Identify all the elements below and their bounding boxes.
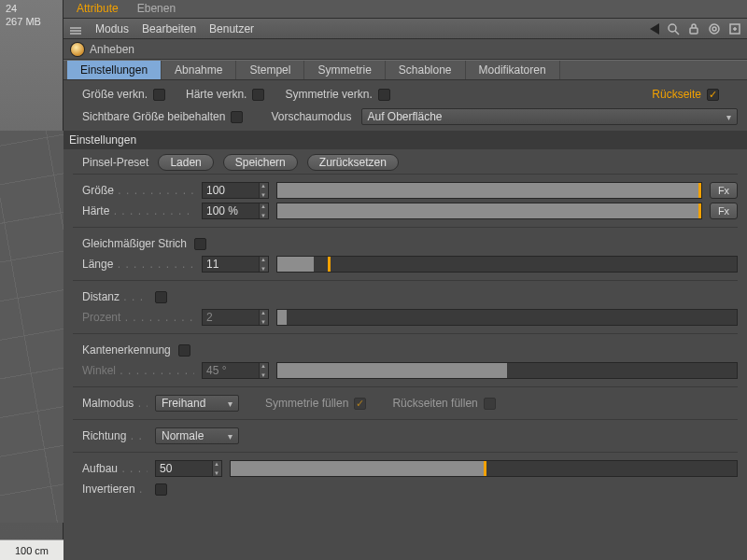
label-symmetrie-verkn: Symmetrie verkn. xyxy=(285,88,372,101)
viewport-strip: 24 267 MB 100 cm xyxy=(0,0,63,560)
fx-groesse[interactable]: Fx xyxy=(710,182,738,199)
slider-haerte[interactable] xyxy=(276,203,702,219)
checkbox-sichtbare-groesse[interactable] xyxy=(231,111,243,123)
top-tabs: Attribute Ebenen xyxy=(63,0,747,19)
sub-tabs: Einstellungen Abnahme Stempel Symmetrie … xyxy=(63,60,747,80)
checkbox-gleichmaessiger-strich[interactable] xyxy=(194,238,206,250)
checkbox-distanz[interactable] xyxy=(155,291,167,303)
subtab-stempel[interactable]: Stempel xyxy=(236,61,304,79)
section-einstellungen: Einstellungen xyxy=(63,131,747,149)
svg-rect-5 xyxy=(690,28,698,34)
field-groesse[interactable]: 100 xyxy=(202,182,269,199)
checkbox-rueckseiten-fuellen xyxy=(484,398,496,410)
field-prozent: 2 xyxy=(202,309,269,326)
search-icon[interactable] xyxy=(667,22,680,35)
label-winkel: Winkel xyxy=(82,364,194,377)
viewport-ruler: 100 cm xyxy=(0,539,63,560)
checkbox-symmetrie-verkn[interactable] xyxy=(378,89,390,101)
dropdown-vorschaumodus[interactable]: Auf Oberfläche xyxy=(361,108,739,125)
field-laenge[interactable]: 11 xyxy=(202,256,269,273)
menu-modus[interactable]: Modus xyxy=(95,22,129,35)
svg-point-7 xyxy=(712,27,716,31)
label-gleichmaessiger-strich: Gleichmäßiger Strich xyxy=(82,237,187,250)
label-groesse-verkn: Größe verkn. xyxy=(82,88,148,101)
subtab-schablone[interactable]: Schablone xyxy=(386,61,466,79)
label-haerte-verkn: Härte verkn. xyxy=(186,88,247,101)
tab-ebenen[interactable]: Ebenen xyxy=(128,0,185,18)
btn-zuruecksetzen[interactable]: Zurücksetzen xyxy=(307,154,399,171)
checkbox-symmetrie-fuellen xyxy=(354,398,366,410)
label-malmodus: Malmodus xyxy=(82,397,148,410)
viewport-stat-line1: 24 xyxy=(6,2,41,15)
field-aufbau[interactable]: 50 xyxy=(155,460,222,477)
label-pinsel-preset: Pinsel-Preset xyxy=(82,156,148,169)
btn-laden[interactable]: Laden xyxy=(158,154,213,171)
label-prozent: Prozent xyxy=(82,311,194,324)
target-icon[interactable] xyxy=(708,22,721,35)
grip-icon xyxy=(69,24,82,34)
subtab-symmetrie[interactable]: Symmetrie xyxy=(304,61,385,79)
dropdown-vorschaumodus-value: Auf Oberfläche xyxy=(368,110,443,123)
viewport-stat-line2: 267 MB xyxy=(6,15,41,28)
label-invertieren: Invertieren xyxy=(82,483,148,496)
lock-icon[interactable] xyxy=(687,22,700,35)
checkbox-kantenerkennung[interactable] xyxy=(178,344,190,357)
tool-header: Anheben xyxy=(63,39,747,60)
label-rueckseiten-fuellen: Rückseiten füllen xyxy=(392,397,477,410)
label-distanz: Distanz xyxy=(82,290,148,303)
slider-aufbau[interactable] xyxy=(230,460,738,477)
dropdown-malmodus[interactable]: Freihand xyxy=(155,395,239,412)
tab-attribute[interactable]: Attribute xyxy=(67,0,128,18)
svg-point-6 xyxy=(710,24,719,34)
label-vorschaumodus: Vorschaumodus xyxy=(271,110,351,123)
label-haerte: Härte xyxy=(82,204,194,217)
nav-back-icon[interactable] xyxy=(650,23,659,35)
menu-benutzer[interactable]: Benutzer xyxy=(209,22,254,35)
dropdown-richtung[interactable]: Normale xyxy=(155,427,239,444)
label-laenge: Länge xyxy=(82,258,194,271)
checkbox-groesse-verkn[interactable] xyxy=(153,89,165,101)
toolbar: Modus Bearbeiten Benutzer xyxy=(63,19,747,39)
svg-point-3 xyxy=(669,24,676,32)
label-aufbau: Aufbau xyxy=(82,462,148,475)
label-groesse: Größe xyxy=(82,184,194,197)
checkbox-invertieren[interactable] xyxy=(155,483,167,496)
slider-prozent xyxy=(276,309,738,326)
viewport-grid[interactable] xyxy=(0,131,63,523)
field-winkel: 45 ° xyxy=(202,362,269,379)
checkbox-haerte-verkn[interactable] xyxy=(252,89,264,101)
label-kantenerkennung: Kantenerkennung xyxy=(82,343,171,357)
maximize-icon[interactable] xyxy=(728,22,741,35)
label-symmetrie-fuellen: Symmetrie füllen xyxy=(265,397,348,410)
subtab-einstellungen[interactable]: Einstellungen xyxy=(67,61,162,79)
slider-groesse[interactable] xyxy=(276,182,702,199)
label-richtung: Richtung xyxy=(82,429,148,442)
viewport-stats: 24 267 MB xyxy=(6,2,41,28)
checkbox-rueckseite[interactable] xyxy=(707,89,719,101)
tool-name: Anheben xyxy=(90,43,134,56)
fx-haerte[interactable]: Fx xyxy=(710,203,738,219)
svg-line-4 xyxy=(675,31,679,35)
attribute-panel: Attribute Ebenen Modus Bearbeiten Benutz… xyxy=(63,0,747,560)
slider-laenge[interactable] xyxy=(276,256,738,273)
btn-speichern[interactable]: Speichern xyxy=(223,154,298,171)
subtab-abnahme[interactable]: Abnahme xyxy=(162,61,236,79)
settings-body: Größe verkn. Härte verkn. Symmetrie verk… xyxy=(63,80,747,514)
field-haerte[interactable]: 100 % xyxy=(202,203,269,219)
slider-winkel xyxy=(276,362,738,379)
label-sichtbare-groesse: Sichtbare Größe beibehalten xyxy=(82,110,225,123)
menu-bearbeiten[interactable]: Bearbeiten xyxy=(142,22,196,35)
label-rueckseite: Rückseite xyxy=(652,88,701,101)
sculpt-tool-icon xyxy=(71,43,84,56)
subtab-modifikatoren[interactable]: Modifikatoren xyxy=(466,61,560,79)
